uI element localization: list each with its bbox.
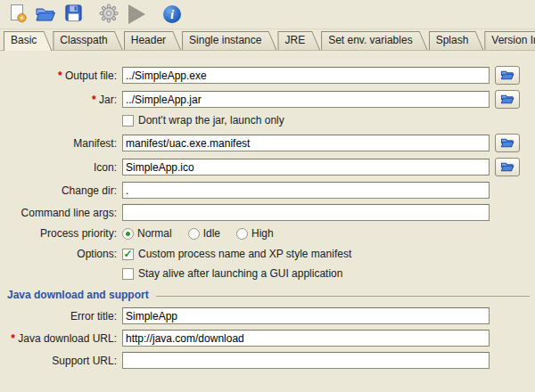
info-icon: i bbox=[163, 5, 181, 23]
basic-tab-panel: Output file: Jar: Dont't wrap the jar, l… bbox=[0, 51, 535, 369]
open-folder-icon bbox=[35, 4, 56, 25]
tab-single-instance[interactable]: Single instance bbox=[182, 31, 276, 50]
folder-icon bbox=[500, 160, 514, 175]
tab-bar: Basic Classpath Header Single instance J… bbox=[0, 29, 535, 51]
test-wrapper-button[interactable] bbox=[125, 3, 148, 26]
tab-basic[interactable]: Basic bbox=[4, 31, 52, 51]
radio-high-label: High bbox=[251, 227, 274, 240]
manifest-label: Manifest: bbox=[73, 137, 117, 150]
tab-header[interactable]: Header bbox=[124, 31, 181, 50]
icon-row: Icon: bbox=[0, 158, 535, 176]
new-config-button[interactable] bbox=[6, 3, 29, 26]
jar-browse-button[interactable] bbox=[495, 90, 520, 109]
gear-icon bbox=[99, 4, 119, 26]
change-dir-input[interactable] bbox=[122, 182, 490, 199]
jar-input[interactable] bbox=[122, 91, 490, 108]
output-file-label: Output file: bbox=[65, 69, 117, 82]
java-download-url-row: Java download URL: bbox=[0, 330, 535, 347]
tab-jre[interactable]: JRE bbox=[277, 31, 320, 50]
dont-wrap-label: Dont't wrap the jar, launch only bbox=[138, 114, 284, 127]
error-title-row: Error title: bbox=[0, 307, 535, 324]
cmd-args-label: Command line args: bbox=[21, 207, 117, 219]
save-floppy-icon bbox=[64, 4, 83, 25]
tab-classpath[interactable]: Classpath bbox=[53, 31, 122, 50]
process-priority-label: Process priority: bbox=[40, 227, 117, 240]
priority-normal-option[interactable]: Normal bbox=[122, 227, 172, 240]
change-dir-label: Change dir: bbox=[62, 184, 117, 197]
options-row-2: Stay alive after launching a GUI applica… bbox=[0, 267, 535, 280]
new-document-icon bbox=[8, 4, 28, 26]
run-play-icon bbox=[128, 4, 145, 24]
custom-process-name-checkbox[interactable] bbox=[122, 249, 134, 260]
process-priority-row: Process priority: Normal Idle High bbox=[0, 227, 535, 240]
dont-wrap-checkbox[interactable] bbox=[122, 115, 134, 127]
jar-row: Jar: bbox=[0, 90, 535, 109]
custom-process-name-label: Custom process name and XP style manifes… bbox=[138, 248, 351, 260]
radio-high[interactable] bbox=[236, 228, 248, 240]
open-config-button[interactable] bbox=[34, 3, 57, 26]
icon-input[interactable] bbox=[122, 159, 490, 176]
tab-set-env-variables[interactable]: Set env. variables bbox=[321, 31, 428, 50]
icon-label: Icon: bbox=[94, 161, 117, 174]
support-url-label: Support URL: bbox=[52, 355, 117, 367]
radio-idle[interactable] bbox=[188, 228, 200, 240]
java-download-section-header: Java download and support bbox=[0, 289, 535, 301]
java-download-url-input[interactable] bbox=[122, 330, 490, 347]
priority-high-option[interactable]: High bbox=[236, 227, 274, 240]
output-file-row: Output file: bbox=[0, 66, 535, 85]
radio-normal[interactable] bbox=[122, 228, 134, 240]
priority-idle-option[interactable]: Idle bbox=[188, 227, 220, 240]
dont-wrap-row: Dont't wrap the jar, launch only bbox=[0, 114, 535, 127]
icon-browse-button[interactable] bbox=[495, 158, 520, 176]
section-separator-line bbox=[156, 296, 530, 297]
cmd-args-row: Command line args: bbox=[0, 204, 535, 221]
support-url-row: Support URL: bbox=[0, 352, 535, 369]
stay-alive-checkbox[interactable] bbox=[122, 268, 134, 280]
error-title-input[interactable] bbox=[122, 307, 490, 324]
manifest-row: Manifest: bbox=[0, 134, 535, 152]
required-marker bbox=[92, 94, 99, 106]
options-label: Options: bbox=[77, 248, 117, 260]
radio-normal-label: Normal bbox=[137, 227, 172, 240]
manifest-browse-button[interactable] bbox=[495, 134, 520, 152]
cmd-args-input[interactable] bbox=[122, 204, 490, 221]
toolbar: i bbox=[0, 0, 535, 29]
save-config-button[interactable] bbox=[62, 3, 85, 26]
tab-splash[interactable]: Splash bbox=[429, 31, 484, 50]
required-marker bbox=[58, 69, 65, 82]
change-dir-row: Change dir: bbox=[0, 182, 535, 199]
output-file-browse-button[interactable] bbox=[495, 66, 520, 85]
tab-version-info[interactable]: Version Info bbox=[484, 31, 535, 50]
folder-icon bbox=[500, 136, 514, 151]
stay-alive-label: Stay alive after launching a GUI applica… bbox=[138, 267, 342, 280]
jar-label: Jar: bbox=[99, 94, 117, 106]
radio-idle-label: Idle bbox=[203, 227, 220, 240]
folder-icon bbox=[500, 69, 514, 83]
folder-icon bbox=[500, 93, 514, 107]
options-row-1: Options: Custom process name and XP styl… bbox=[0, 248, 535, 260]
error-title-label: Error title: bbox=[70, 310, 117, 323]
section-title: Java download and support bbox=[7, 289, 149, 301]
manifest-input[interactable] bbox=[122, 135, 490, 151]
output-file-input[interactable] bbox=[122, 67, 490, 84]
build-wrapper-button[interactable] bbox=[97, 3, 120, 26]
java-download-url-label: Java download URL: bbox=[18, 332, 117, 345]
support-url-input[interactable] bbox=[122, 352, 490, 369]
about-button[interactable]: i bbox=[160, 3, 184, 26]
